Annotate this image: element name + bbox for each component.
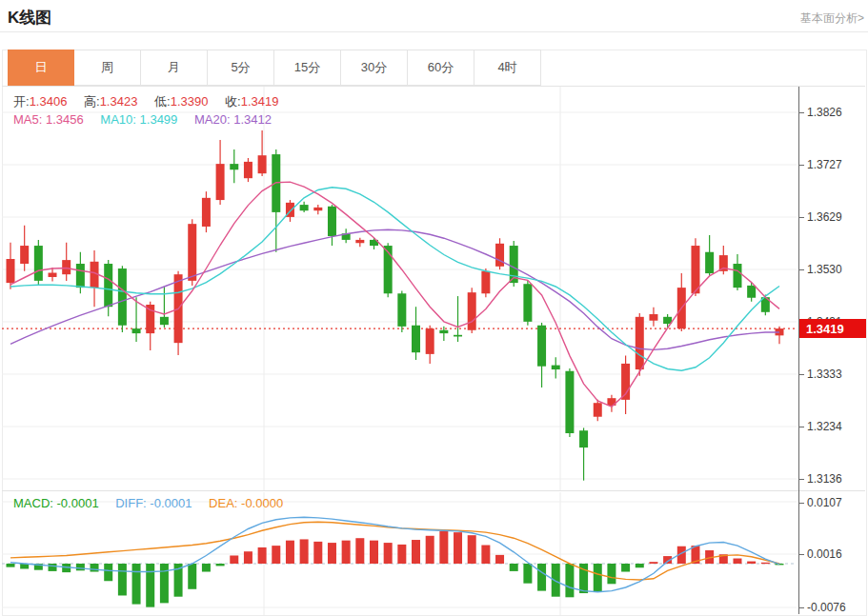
macd-bar xyxy=(328,543,336,564)
macd-bar xyxy=(510,564,518,571)
candle xyxy=(705,235,714,276)
tab-month[interactable]: 月 xyxy=(141,50,208,86)
macd-bar xyxy=(342,541,351,564)
tab-5min[interactable]: 5分 xyxy=(208,50,274,86)
candle xyxy=(230,149,238,183)
macd-bar xyxy=(397,545,406,564)
tab-4hour[interactable]: 4时 xyxy=(474,50,541,86)
ma20-label: MA20: xyxy=(194,112,231,127)
macd-bar xyxy=(76,564,85,570)
macd-bar xyxy=(272,546,280,564)
candle xyxy=(426,326,434,364)
candle xyxy=(397,290,406,332)
macd-bar xyxy=(761,563,770,564)
candle xyxy=(272,149,280,252)
macd-readout: MACD: -0.0001 DIFF: -0.0001 DEA: -0.0000 xyxy=(13,496,296,510)
macd-bar xyxy=(426,536,434,564)
candle xyxy=(160,287,169,328)
macd-bar xyxy=(160,564,169,603)
candle xyxy=(594,400,602,421)
candle xyxy=(313,205,322,214)
macd-bar xyxy=(594,564,602,591)
macd-bar xyxy=(188,564,196,589)
candle xyxy=(202,191,211,232)
macd-bar xyxy=(636,564,644,567)
price-axis-label: 1.3826 xyxy=(799,105,842,120)
candle xyxy=(244,158,252,182)
macd-bar xyxy=(565,564,574,597)
close-label: 收: xyxy=(225,94,241,109)
macd-bar xyxy=(439,531,448,564)
candle xyxy=(20,226,29,271)
macd-bar xyxy=(49,564,57,571)
ma10-value: 1.3499 xyxy=(140,112,178,127)
candle xyxy=(649,308,657,327)
macd-bar xyxy=(607,564,616,584)
high-label: 高: xyxy=(84,94,100,109)
dea-value: -0.0000 xyxy=(241,496,283,510)
tab-15min[interactable]: 15分 xyxy=(274,50,341,86)
candle xyxy=(370,238,378,249)
tab-60min[interactable]: 60分 xyxy=(408,50,474,86)
candle xyxy=(552,357,560,378)
macd-bar xyxy=(244,551,252,564)
macd-axis-label: 0.0016 xyxy=(799,546,842,562)
macd-label: MACD: xyxy=(13,496,53,510)
macd-bar xyxy=(481,546,490,564)
macd-bar xyxy=(202,564,211,572)
ma5-label: MA5: xyxy=(13,112,42,127)
candle xyxy=(454,296,462,342)
low-value: 1.3390 xyxy=(171,94,209,109)
price-axis-label: 1.3234 xyxy=(799,419,842,434)
macd-bar xyxy=(468,535,476,564)
macd-bar xyxy=(7,564,15,567)
candle xyxy=(328,205,336,246)
tab-30min[interactable]: 30分 xyxy=(341,50,408,86)
pane-divider xyxy=(2,490,865,491)
candle xyxy=(300,202,309,212)
high-value: 1.3423 xyxy=(100,94,138,109)
macd-axis-label: -0.0076 xyxy=(799,600,846,615)
candle xyxy=(34,240,43,286)
main-chart-canvas[interactable] xyxy=(0,87,798,490)
macd-bar xyxy=(523,564,532,584)
candle xyxy=(565,368,574,437)
price-axis-label: 1.3530 xyxy=(799,262,842,277)
candle xyxy=(355,238,364,247)
macd-bar xyxy=(355,538,364,564)
macd-bar xyxy=(747,562,756,564)
macd-bar xyxy=(370,541,378,564)
ohlc-readout: 开:1.3406 高:1.3423 低:1.3390 收:1.3419 xyxy=(13,93,292,110)
macd-bar xyxy=(258,547,267,564)
ma20-value: 1.3412 xyxy=(233,112,272,127)
macd-canvas[interactable] xyxy=(0,492,798,615)
macd-bar xyxy=(146,564,154,607)
fundamental-analysis-link[interactable]: 基本面分析> xyxy=(800,10,864,27)
price-axis-label: 1.3333 xyxy=(799,367,842,382)
macd-bar xyxy=(412,540,420,564)
candle xyxy=(677,273,686,331)
candle xyxy=(174,271,183,355)
macd-bar xyxy=(495,555,504,564)
candle xyxy=(258,130,267,176)
macd-bar xyxy=(454,532,462,564)
macd-bar xyxy=(552,564,560,597)
open-value: 1.3406 xyxy=(30,94,68,109)
tab-day[interactable]: 日 xyxy=(8,50,74,86)
price-axis-label: 1.3629 xyxy=(799,209,842,225)
candle xyxy=(523,281,532,326)
candle xyxy=(621,356,630,414)
candle xyxy=(579,427,588,480)
candle xyxy=(733,254,741,290)
price-axis-label: 1.3727 xyxy=(799,157,842,172)
candle xyxy=(7,243,15,289)
dea-label: DEA: xyxy=(209,496,237,510)
tab-week[interactable]: 周 xyxy=(74,50,141,86)
candle xyxy=(468,288,476,333)
close-value: 1.3419 xyxy=(241,94,279,109)
macd-bar xyxy=(118,564,127,595)
candle xyxy=(342,229,351,243)
macd-bar xyxy=(621,564,630,572)
candle xyxy=(412,307,420,360)
ma10-label: MA10: xyxy=(100,112,136,127)
